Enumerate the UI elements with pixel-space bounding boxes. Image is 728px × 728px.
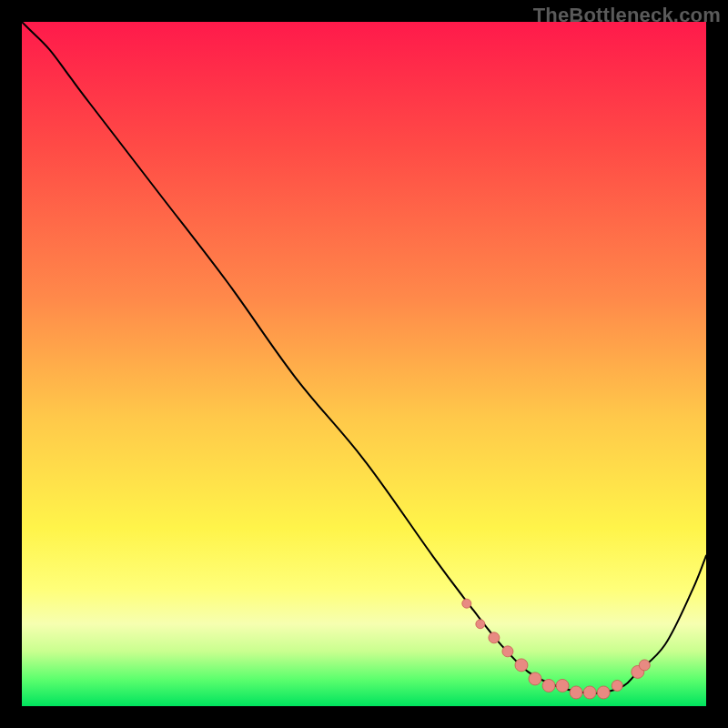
- highlight-dot: [570, 686, 582, 699]
- chart-frame: TheBottleneck.com: [0, 0, 728, 728]
- highlight-dot: [556, 679, 569, 692]
- highlight-dot: [515, 659, 528, 672]
- highlight-dot: [529, 672, 541, 685]
- highlight-dot: [462, 599, 471, 608]
- highlight-dot: [612, 680, 622, 691]
- gradient-plot-area: [22, 22, 706, 706]
- highlight-dot: [489, 632, 500, 643]
- highlight-dot: [597, 686, 610, 699]
- highlight-dot: [502, 646, 513, 657]
- highlight-dot: [476, 620, 485, 629]
- bottleneck-curve: [22, 22, 706, 693]
- highlight-dot: [639, 660, 650, 671]
- highlight-dot: [583, 686, 596, 699]
- highlight-dots: [462, 599, 651, 699]
- watermark-text: TheBottleneck.com: [533, 4, 721, 27]
- highlight-dot: [542, 679, 555, 692]
- chart-svg: [22, 22, 706, 706]
